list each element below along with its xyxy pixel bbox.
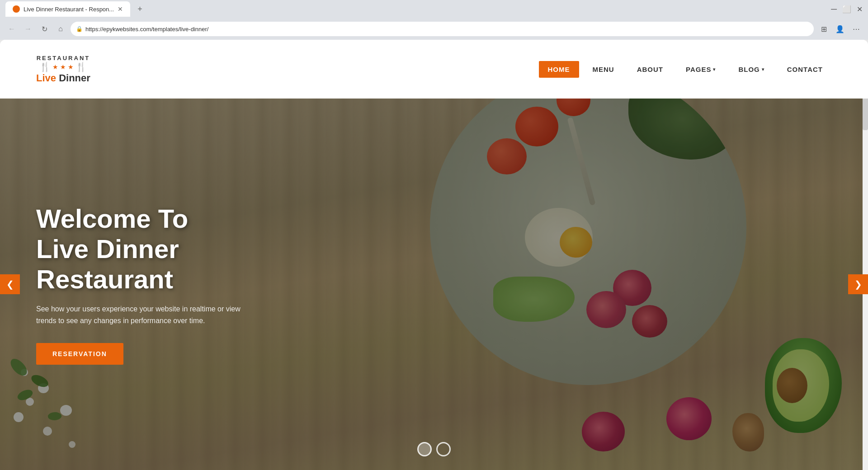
hero-title: Welcome To Live Dinner Restaurant [36,204,280,294]
close-button[interactable]: ✕ [857,5,863,14]
tab-close-button[interactable]: ✕ [118,5,123,13]
refresh-button[interactable]: ↻ [38,23,51,35]
website-content: RESTAURANT 🍴 ★ ★ ★ 🍴 Live Dinner HOME ME… [0,40,868,470]
url-text: https://epykwebsites.com/templates/live-… [85,26,808,33]
reservation-button[interactable]: RESERVATION [36,343,123,365]
star-icon-1: ★ [52,63,58,70]
logo-icons: 🍴 ★ ★ ★ 🍴 [39,61,87,72]
browser-chrome: Live Dinner Restaurant - Respon... ✕ + ─… [0,0,868,40]
hero-content: Welcome To Live Dinner Restaurant See ho… [0,204,316,364]
next-arrow-icon: ❯ [854,279,862,290]
carousel-dots [417,442,451,456]
browser-nav-icons: ⊞ 👤 ⋯ [817,23,863,35]
browser-tab: Live Dinner Restaurant - Respon... ✕ [5,1,130,17]
hero-title-line2: Live Dinner Restaurant [36,234,179,294]
site-logo[interactable]: RESTAURANT 🍴 ★ ★ ★ 🍴 Live Dinner [36,55,90,84]
extensions-button[interactable]: ⊞ [817,23,830,35]
logo-bottom-text: Live Dinner [36,72,90,84]
minimize-button[interactable]: ─ [831,5,837,14]
spoon-icon: 🍴 [75,61,87,72]
carousel-dot-2[interactable] [436,442,451,456]
blog-chevron-icon: ▾ [762,67,764,72]
carousel-dot-1[interactable] [417,442,432,456]
logo-top-text: RESTAURANT [37,55,90,61]
forward-button[interactable]: → [22,23,34,35]
browser-titlebar: Live Dinner Restaurant - Respon... ✕ + ─… [0,0,868,18]
more-menu-button[interactable]: ⋯ [850,23,863,35]
lock-icon: 🔒 [76,26,83,32]
back-button[interactable]: ← [5,23,18,35]
scrollbar[interactable] [863,40,868,470]
pages-chevron-icon: ▾ [713,67,716,72]
browser-nav: ← → ↻ ⌂ 🔒 https://epykwebsites.com/templ… [0,18,868,40]
nav-blog[interactable]: BLOG ▾ [729,61,773,78]
nav-about[interactable]: ABOUT [628,61,672,78]
site-header: RESTAURANT 🍴 ★ ★ ★ 🍴 Live Dinner HOME ME… [0,40,868,99]
hero-section: ❮ Welcome To Live Dinner Restaurant See … [0,99,868,470]
hero-title-line1: Welcome To [36,204,188,233]
carousel-next-button[interactable]: ❯ [848,274,868,294]
fork-icon: 🍴 [39,61,51,72]
nav-contact[interactable]: CONTACT [778,61,832,78]
hero-subtitle: See how your users experience your websi… [36,303,253,326]
carousel-prev-button[interactable]: ❮ [0,274,20,294]
nav-menu[interactable]: MENU [584,61,623,78]
nav-home[interactable]: HOME [539,61,579,78]
address-bar[interactable]: 🔒 https://epykwebsites.com/templates/liv… [71,22,814,36]
prev-arrow-icon: ❮ [6,279,14,290]
main-nav: HOME MENU ABOUT PAGES ▾ BLOG ▾ CONTACT [539,61,832,78]
restore-button[interactable]: ⬜ [842,5,851,14]
logo-dinner: Dinner [59,72,90,84]
tab-title: Live Dinner Restaurant - Respon... [24,6,114,13]
home-button[interactable]: ⌂ [54,23,67,35]
nav-pages[interactable]: PAGES ▾ [677,61,725,78]
profile-button[interactable]: 👤 [834,23,846,35]
new-tab-button[interactable]: + [134,5,146,14]
logo-live: Live [36,72,56,84]
star-icon-3: ★ [68,63,74,70]
star-icon-2: ★ [60,63,66,70]
tab-favicon [13,5,20,13]
